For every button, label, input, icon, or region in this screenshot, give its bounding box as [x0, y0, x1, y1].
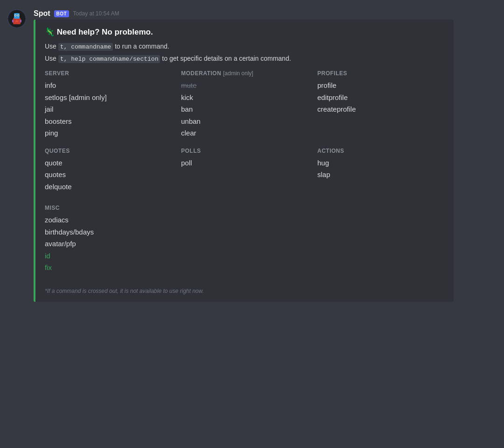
section-title-server: SERVER	[45, 70, 172, 77]
cmd-profile: profile	[317, 79, 444, 92]
desc1-code: t, commandname	[58, 43, 113, 51]
message-header: Spot BOT Today at 10:54 AM	[34, 9, 497, 18]
cmd-fix: fix	[45, 262, 444, 274]
desc2-code: t, help commandname/section	[58, 55, 161, 63]
timestamp: Today at 10:54 AM	[73, 10, 119, 17]
bot-name: Spot	[34, 9, 50, 18]
cmd-quote: quote	[45, 157, 172, 169]
section-title-moderation: MODERATION [admin only]	[181, 70, 308, 77]
section-misc: MISC zodiacs birthdays/bdays avatar/pfp …	[45, 205, 444, 274]
cmd-setlogs: setlogs [admin only]	[45, 92, 172, 104]
section-title-polls: POLLS	[181, 148, 308, 154]
desc2-suffix: to get specific details on a certain com…	[160, 55, 291, 62]
message-container: Spot BOT Today at 10:54 AM 🦎 Need help? …	[7, 9, 497, 302]
section-title-profiles: PROFILES	[317, 70, 444, 77]
section-title-misc: MISC	[45, 205, 444, 211]
cmd-createprofile: createprofile	[317, 103, 444, 115]
embed-body: 🦎 Need help? No problemo. Use t, command…	[35, 20, 454, 302]
cmd-clear: clear	[181, 127, 308, 139]
svg-rect-9	[12, 20, 14, 22]
footer-note: *If a command is crossed out, it is not …	[45, 288, 444, 294]
svg-rect-10	[20, 20, 21, 22]
section-profiles: PROFILES profile editprofile createprofi…	[317, 70, 444, 139]
cmd-editprofile: editprofile	[317, 92, 444, 104]
desc2-prefix: Use	[45, 55, 58, 62]
commands-grid: SERVER info setlogs [admin only] jail bo…	[45, 70, 444, 282]
cmd-quotes: quotes	[45, 169, 172, 181]
cmd-info: info	[45, 79, 172, 92]
cmd-unban: unban	[181, 115, 308, 128]
cmd-delquote: delquote	[45, 181, 172, 193]
cmd-jail: jail	[45, 103, 172, 115]
cmd-ping: ping	[45, 127, 172, 139]
cmd-poll: poll	[181, 157, 308, 169]
admin-note: [admin only]	[223, 70, 253, 77]
section-moderation: MODERATION [admin only] mute kick ban un…	[181, 70, 308, 139]
desc1-prefix: Use	[45, 43, 58, 50]
section-quotes: QUOTES quote quotes delquote	[45, 148, 172, 193]
cmd-mute: mute	[181, 79, 308, 92]
embed-title: 🦎 Need help? No problemo.	[45, 27, 444, 37]
section-polls: POLLS poll	[181, 148, 308, 193]
section-server: SERVER info setlogs [admin only] jail bo…	[45, 70, 172, 139]
embed-desc-2: Use t, help commandname/section to get s…	[45, 54, 444, 64]
svg-point-6	[15, 15, 16, 16]
cmd-slap: slap	[317, 169, 444, 181]
message-content: Spot BOT Today at 10:54 AM 🦎 Need help? …	[34, 9, 497, 302]
section-title-quotes: QUOTES	[45, 148, 172, 154]
cmd-zodiacs: zodiacs	[45, 214, 444, 226]
avatar	[7, 9, 26, 28]
svg-point-7	[18, 15, 19, 16]
section-title-actions: ACTIONS	[317, 148, 444, 154]
cmd-hug: hug	[317, 157, 444, 169]
cmd-avatar: avatar/pfp	[45, 238, 444, 250]
cmd-kick: kick	[181, 92, 308, 104]
desc1-suffix: to run a command.	[113, 43, 169, 50]
embed-desc-1: Use t, commandname to run a command.	[45, 42, 444, 52]
cmd-boosters: boosters	[45, 115, 172, 128]
bot-badge: BOT	[54, 10, 70, 17]
cmd-birthdays: birthdays/bdays	[45, 226, 444, 238]
cmd-id: id	[45, 250, 444, 262]
cmd-ban: ban	[181, 103, 308, 115]
embed: 🦎 Need help? No problemo. Use t, command…	[34, 20, 454, 302]
section-actions: ACTIONS hug slap	[317, 148, 444, 193]
